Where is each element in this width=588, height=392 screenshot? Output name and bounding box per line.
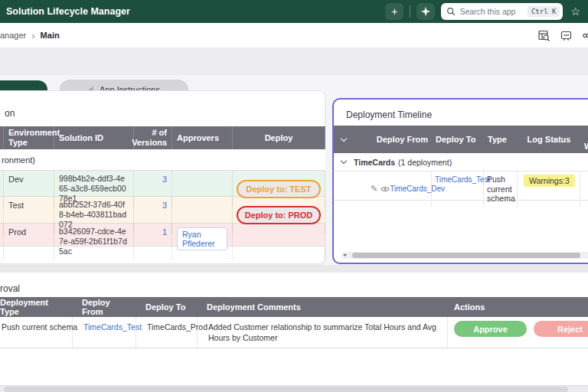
deploy-to-link[interactable]: TimeCards_Test [435,175,490,184]
cell-deploy [233,224,325,260]
presentation-icon[interactable] [560,29,573,42]
group-name: TimeCards [354,158,395,167]
favorite-star-icon[interactable]: ☆ [569,6,582,17]
solution-section-title: on [5,108,15,119]
share-icon[interactable] [582,29,588,42]
deploy-to-prod-button[interactable]: Deploy to: PROD [237,206,321,224]
deployment-timeline-panel: Deployment Timeline Deploy From Deploy T… [332,98,588,264]
screen: Solution Lifecycle Manager + Ctrl K ☆ an… [0,0,588,392]
table-row-test: Test abbf252f-37d6-40f8-b4eb-403811bad07… [0,197,325,224]
header-deploy: Deploy [233,126,325,149]
deploy-from-link[interactable]: TimeCards_Test [83,322,142,332]
breadcrumb-separator-icon: › [31,30,34,41]
breadcrumb-bar: anager › Main [0,23,588,47]
row-action-icons: ✎ [371,184,390,194]
approval-row: Push current schema TimeCards_Test TimeC… [0,317,588,348]
divider [410,5,410,18]
header-warnings: War [580,126,588,153]
header-actions: Actions [448,297,588,317]
search-shortcut: Ctrl K [528,6,560,17]
warnings-badge[interactable]: Warnings:3 [524,175,575,187]
approval-table: Deployment Type Deploy From Deploy To De… [0,297,588,348]
cell-log-status: Warnings:3 [518,172,580,207]
cell-warnings [580,172,588,207]
data-explorer-icon[interactable] [537,29,550,42]
page-horizontal-scrollbar[interactable] [0,385,588,392]
app-bar-actions: + Ctrl K ☆ [385,0,588,23]
solution-group-label: ronment) [2,155,35,165]
header-deployment-comments: Deployment Comments [198,297,448,317]
timeline-deployment-row: ✎ TimeCards_Dev TimeCards_Test Push curr… [334,172,588,201]
cell-deploy-from: ✎ TimeCards_Dev [354,172,432,207]
header-deploy-to: Deploy To [432,126,484,153]
search-box[interactable]: Ctrl K [441,3,563,20]
deploy-to-test-button[interactable]: Deploy to: TEST [237,180,321,198]
sparkle-icon [420,6,431,17]
header-environment-type: Environment Type [4,126,54,149]
header-type: Type [484,126,518,153]
table-row-dev: Dev 998b4b2e-ddf3-4e65-a3c8-659ecb0078e1… [0,171,325,197]
search-input[interactable] [459,7,523,16]
cell-environment: Prod [4,224,54,260]
cell-deploy-from: TimeCards_Test [73,317,136,348]
cell-approvers: Ryan Pflederer [172,224,233,260]
scrollbar-thumb[interactable] [352,253,580,258]
search-icon [446,7,456,16]
header-deployment-type: Deployment Type [0,297,73,317]
timeline-header: Deploy From Deploy To Type Log Status Wa… [334,126,588,153]
cell-row-tools-spacer [334,172,354,207]
ai-sparkle-button[interactable] [416,3,435,20]
cell-deploy-to: TimeCards_Test [432,172,484,207]
collapse-all-chevron-icon[interactable] [334,126,354,153]
header-solution-id: Solution ID [54,126,134,149]
header-spacer-band [0,47,588,75]
breadcrumb-parent[interactable]: anager [0,31,26,40]
view-eye-icon[interactable] [381,185,390,193]
cell-actions: Approve Reject [448,317,588,348]
edit-pencil-icon[interactable]: ✎ [371,184,377,194]
section-divider-strip [0,265,588,273]
breadcrumb-current: Main [41,31,60,40]
group-chevron-icon[interactable] [334,161,354,163]
solution-table: Environment Type Solution ID # of Versio… [0,126,325,247]
reject-button[interactable]: Reject [534,321,588,337]
header-deploy-to: Deploy To [136,297,198,317]
add-button[interactable]: + [385,3,403,20]
solution-table-header: Environment Type Solution ID # of Versio… [0,126,325,149]
header-deploy-from: Deploy From [73,297,136,317]
scroll-left-arrow-icon[interactable]: ◂ [343,251,346,258]
cell-solution-id: b3426097-cdce-4e7e-a59f-2b61f1b7d5ac [54,224,134,260]
header-deploy-from: Deploy From [354,126,432,153]
approval-header: Deployment Type Deploy From Deploy To De… [0,297,588,317]
cell-type: Push current schema [484,172,518,207]
cell-versions-link[interactable]: 1 [134,224,172,260]
group-count: (1 deployment) [398,158,452,167]
timeline-table: Deploy From Deploy To Type Log Status Wa… [334,126,588,201]
table-row-prod: Prod b3426097-cdce-4e7e-a59f-2b61f1b7d5a… [0,224,325,247]
approve-button[interactable]: Approve [454,321,527,337]
cell-deploy-to: TimeCards_Prod [136,317,198,348]
timeline-group-row: TimeCards (1 deployment) [334,153,588,172]
cell-deployment-type: Push current schema [0,317,73,348]
header-approvers: Approvers [172,126,233,149]
header-num-versions: # of Versions [134,126,172,149]
app-bar: Solution Lifecycle Manager + Ctrl K ☆ [0,0,588,23]
approval-section-title: roval [0,283,20,294]
header-log-status: Log Status [518,126,580,153]
page-scrollbar-thumb[interactable] [4,387,568,392]
breadcrumb-actions [537,23,588,47]
timeline-title: Deployment Timeline [346,109,432,120]
app-title: Solution Lifecycle Manager [6,6,130,17]
approver-chip[interactable]: Ryan Pflederer [177,227,227,250]
cell-comments: Added Customer relationship to summarize… [198,317,448,348]
solution-group-row: ronment) [0,149,325,171]
timeline-horizontal-scrollbar[interactable]: ◂ [341,252,588,259]
